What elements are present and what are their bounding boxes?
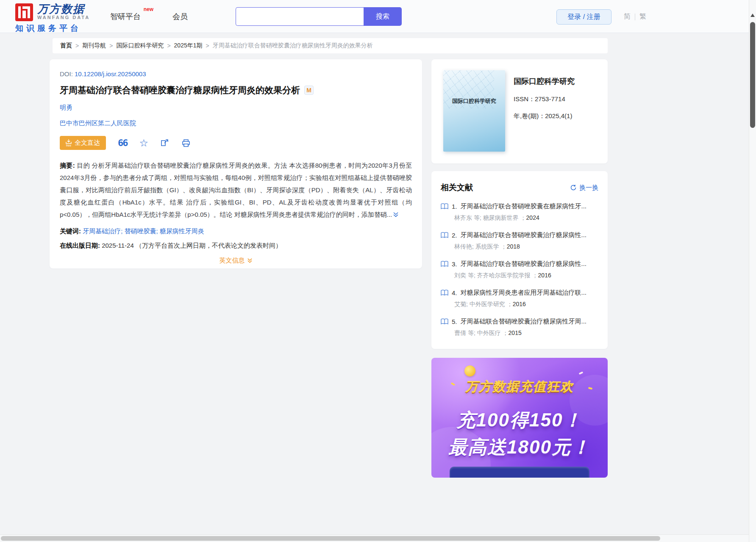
download-icon: free: [66, 139, 72, 147]
horizontal-scroll-thumb[interactable]: [1, 536, 660, 541]
related-literature-card: 相关文献 换一换 1. 牙周基础治疗联合替硝唑胶囊在糖尿病性牙... 林齐东 等…: [431, 171, 608, 349]
related-item-meta: 艾菊; 中外医学研究 ；2016: [454, 301, 598, 308]
confetti: [579, 371, 584, 375]
pubdate-label: 在线出版日期:: [60, 242, 100, 249]
journal-name[interactable]: 国际口腔科学研究: [514, 76, 596, 86]
search-input[interactable]: [236, 7, 364, 26]
keyword-link[interactable]: 牙周基础治疗: [83, 227, 121, 235]
vertical-scrollbar[interactable]: [749, 0, 756, 542]
main-nav: 智研平台 new 会员: [110, 0, 188, 33]
expand-abstract-icon[interactable]: [393, 209, 399, 221]
abstract: 摘要: 目的 分析牙周基础治疗联合替硝唑胶囊治疗糖尿病性牙周炎的效果。方法 本次…: [60, 159, 412, 221]
author-link[interactable]: 明勇: [60, 104, 412, 112]
coin-icon: [464, 365, 475, 376]
book-icon: [441, 290, 448, 296]
scroll-up-arrow-icon[interactable]: [750, 14, 755, 17]
breadcrumb-home[interactable]: 首页: [60, 42, 72, 50]
book-icon: [441, 318, 448, 325]
affiliation-link[interactable]: 巴中市巴州区第二人民医院: [60, 119, 412, 127]
doi-row: DOI: 10.12208/j.iosr.20250003: [60, 70, 412, 77]
doi-label: DOI:: [60, 70, 73, 77]
breadcrumb-separator: >: [167, 42, 170, 49]
related-title: 相关文献: [441, 182, 473, 193]
keywords-label: 关键词:: [60, 227, 81, 235]
search-button[interactable]: 搜索: [364, 7, 402, 26]
nav-member[interactable]: 会员: [172, 11, 188, 22]
related-item: 4. 对糖尿病性牙周炎患者应用牙周基础治疗联... 艾菊; 中外医学研究 ；20…: [441, 289, 598, 308]
breadcrumb-separator: >: [75, 42, 79, 49]
nav-zhiyan-platform[interactable]: 智研平台 new: [110, 11, 141, 22]
favorite-star-icon[interactable]: ☆: [139, 137, 149, 149]
search-bar: 搜索: [236, 7, 402, 26]
brand-name-cn: 万方数据: [37, 3, 90, 14]
lang-traditional[interactable]: 繁: [639, 12, 646, 21]
article-title-row: 牙周基础治疗联合替硝唑胶囊治疗糖尿病性牙周炎的效果分析 M: [60, 84, 412, 96]
journal-card: 国际口腔科学研究 国际口腔科学研究 ISSN：2753-7714 年,卷(期)：…: [431, 59, 608, 163]
promo-banner[interactable]: 万方数据充值狂欢 充100得150！ 最高送1800元！: [431, 358, 608, 478]
related-item-meta: 林齐东 等; 糖尿病新世界 ；2024: [454, 214, 598, 222]
book-icon: [441, 261, 448, 267]
wanfang-logo-icon: [15, 3, 33, 21]
share-icon[interactable]: [160, 138, 170, 148]
page: 万方数据 WANFANG DATA 知识服务平台 智研平台 new 会员 搜索 …: [0, 0, 756, 542]
doi-link[interactable]: 10.12208/j.iosr.20250003: [75, 70, 146, 77]
banner-offer-line: 最高送1800元！: [431, 435, 608, 460]
fulltext-button[interactable]: free 全文直达: [60, 136, 106, 150]
horizontal-scrollbar[interactable]: [0, 534, 749, 542]
language-toggle: 简 繁: [624, 12, 646, 21]
related-item-meta: 林传艳; 系统医学 ；2018: [454, 243, 598, 251]
pubdate-note: （万方平台首次上网日期，不代表论文的发表时间）: [136, 242, 282, 249]
book-icon: [441, 203, 448, 210]
abstract-text: 目的 分析牙周基础治疗联合替硝唑胶囊治疗糖尿病性牙周炎的效果。方法 本次选择80…: [60, 162, 412, 218]
pubdate-value: 2025-11-24: [102, 242, 134, 249]
breadcrumb: 首页 > 期刊导航 > 国际口腔科学研究 > 2025年1期 > 牙周基础治疗联…: [53, 38, 608, 53]
english-info-link[interactable]: 英文信息: [220, 257, 253, 265]
breadcrumb-journal-nav[interactable]: 期刊导航: [82, 42, 106, 50]
lang-simplified[interactable]: 简: [624, 12, 631, 21]
related-item-meta: 曹倩 等; 中外医疗 ；2015: [454, 329, 598, 337]
journal-cover-title: 国际口腔科学研究: [443, 97, 505, 105]
related-item: 2. 牙周基础治疗联合替硝唑胶囊治疗糖尿病性... 林传艳; 系统医学 ；201…: [441, 231, 598, 251]
breadcrumb-current: 牙周基础治疗联合替硝唑胶囊治疗糖尿病性牙周炎的效果分析: [213, 42, 373, 50]
action-toolbar: free 全文直达 66 ☆: [60, 136, 412, 150]
cite-icon[interactable]: 66: [118, 138, 128, 148]
refresh-related-button[interactable]: 换一换: [570, 184, 598, 192]
brand-name-en: WANFANG DATA: [37, 15, 90, 20]
site-header: 万方数据 WANFANG DATA 知识服务平台 智研平台 new 会员 搜索 …: [0, 0, 756, 33]
article-title: 牙周基础治疗联合替硝唑胶囊治疗糖尿病性牙周炎的效果分析: [60, 84, 300, 96]
breadcrumb-issue[interactable]: 2025年1期: [174, 42, 203, 50]
related-item-title[interactable]: 2. 牙周基础治疗联合替硝唑胶囊治疗糖尿病性...: [441, 231, 598, 239]
print-icon[interactable]: [181, 138, 191, 148]
journal-issn: ISSN：2753-7714: [514, 95, 596, 103]
keyword-separator: ;: [121, 227, 122, 235]
journal-cover[interactable]: 国际口腔科学研究: [443, 70, 505, 152]
breadcrumb-separator: >: [109, 42, 113, 49]
related-item: 3. 牙周基础治疗联合替硝唑胶囊治疗糖尿病性... 刘奕 等; 齐齐哈尔医学院学…: [441, 260, 598, 279]
breadcrumb-separator: >: [206, 42, 209, 49]
related-item: 1. 牙周基础治疗联合替硝唑胶囊在糖尿病性牙... 林齐东 等; 糖尿病新世界 …: [441, 202, 598, 222]
pubdate-row: 在线出版日期: 2025-11-24 （万方平台首次上网日期，不代表论文的发表时…: [60, 242, 412, 250]
related-item: 5. 牙周基础联合替硝唑胶囊治疗糖尿病性牙周... 曹倩 等; 中外医疗 ；20…: [441, 318, 598, 337]
breadcrumb-journal[interactable]: 国际口腔科学研究: [116, 42, 164, 50]
book-icon: [441, 232, 448, 238]
site-logo[interactable]: 万方数据 WANFANG DATA 知识服务平台: [15, 3, 90, 34]
abstract-label: 摘要:: [60, 162, 75, 169]
keyword-link[interactable]: 替硝唑胶囊: [125, 227, 156, 235]
medline-badge[interactable]: M: [304, 86, 314, 95]
related-item-title[interactable]: 1. 牙周基础治疗联合替硝唑胶囊在糖尿病性牙...: [441, 202, 598, 210]
related-item-title[interactable]: 4. 对糖尿病性牙周炎患者应用牙周基础治疗联...: [441, 289, 598, 297]
english-info-row: 英文信息: [60, 257, 412, 265]
banner-action-button[interactable]: [450, 467, 589, 478]
related-item-title[interactable]: 5. 牙周基础联合替硝唑胶囊治疗糖尿病性牙周...: [441, 318, 598, 326]
login-register-button[interactable]: 登录 / 注册: [556, 9, 611, 25]
new-badge: new: [144, 6, 153, 12]
article-card: DOI: 10.12208/j.iosr.20250003 牙周基础治疗联合替硝…: [50, 59, 422, 268]
lang-divider: [635, 14, 635, 20]
banner-title: 万方数据充值狂欢: [431, 378, 608, 395]
vertical-scroll-thumb[interactable]: [750, 22, 755, 128]
keyword-link[interactable]: 糖尿病性牙周炎: [160, 227, 204, 235]
related-item-title[interactable]: 3. 牙周基础治疗联合替硝唑胶囊治疗糖尿病性...: [441, 260, 598, 268]
keywords-row: 关键词: 牙周基础治疗; 替硝唑胶囊; 糖尿病性牙周炎: [60, 227, 412, 235]
brand-subtitle: 知识服务平台: [15, 23, 90, 34]
related-item-meta: 刘奕 等; 齐齐哈尔医学院学报 ；2016: [454, 272, 598, 279]
